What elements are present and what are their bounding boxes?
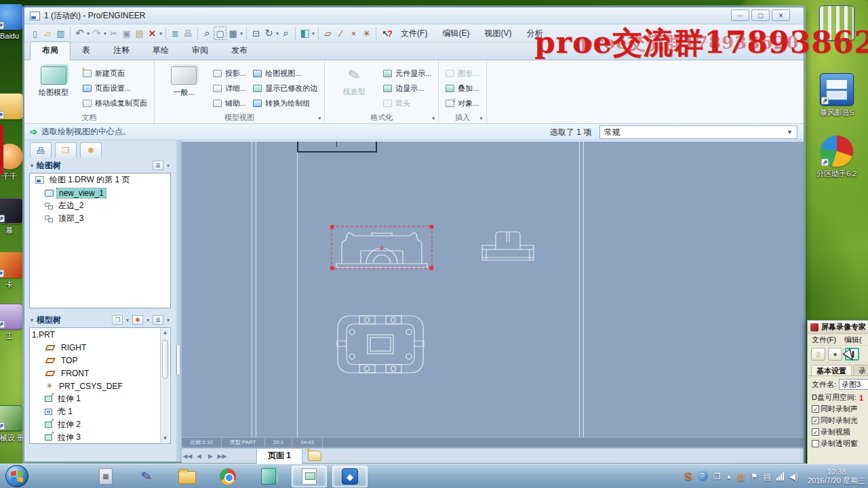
recorder-new-icon[interactable]: ▯ <box>811 348 825 361</box>
tree-item-top-3[interactable]: 顶部_3 <box>30 212 170 225</box>
network-signal-icon[interactable] <box>776 472 784 481</box>
start-button[interactable] <box>5 465 28 487</box>
menu-view[interactable]: 视图(V) <box>477 28 519 39</box>
checkbox[interactable]: ✓ <box>812 428 819 436</box>
paste-icon[interactable]: ▤ <box>133 26 146 40</box>
taskbar-recorder[interactable]: ◆ <box>332 466 368 487</box>
recorder-title-bar[interactable]: 屏幕录像专家 <box>808 321 868 334</box>
recorder-menu-edit[interactable]: 编辑( <box>844 335 862 345</box>
tab-table[interactable]: 表 <box>71 42 102 60</box>
tree-item-extrude-3[interactable]: 拉伸 3 <box>30 431 170 444</box>
tab-favorites-icon[interactable]: ✱ <box>80 142 102 158</box>
save-icon[interactable]: ▥ <box>54 26 67 40</box>
cut-icon[interactable]: ✂ <box>107 26 120 40</box>
tree-item-csys[interactable]: ✳PRT_CSYS_DEF <box>30 380 170 392</box>
tree-item-front[interactable]: FRONT <box>30 367 170 380</box>
tree-item-left-2[interactable]: 左边_2 <box>30 199 170 212</box>
redo-icon[interactable]: ↷ <box>90 26 103 40</box>
datum-axes-icon[interactable]: ⁄ <box>334 26 347 40</box>
install-tray-icon[interactable]: ▤ <box>763 472 770 481</box>
taskbar-explorer[interactable] <box>170 466 205 487</box>
find-icon[interactable]: ⌕ <box>201 26 214 40</box>
next-page-button[interactable]: ▶ <box>205 453 216 460</box>
zoom-icon[interactable]: ⌕ <box>279 26 292 40</box>
delete-icon[interactable]: ✕ <box>146 26 159 40</box>
check-record-sound[interactable]: ✓ 同时录制声 <box>808 403 868 414</box>
tree-columns-icon[interactable]: ≣ <box>153 315 163 325</box>
drawing-view-side[interactable] <box>481 229 535 263</box>
page-setup-button[interactable]: 页面设置... <box>83 83 147 94</box>
model-tree-scrollbar[interactable]: ▲ ▼ <box>160 329 170 443</box>
tab-sketch[interactable]: 草绘 <box>141 42 180 60</box>
add-sheet-icon[interactable] <box>308 451 321 461</box>
clock[interactable]: 10:38 2016/7/20 星期三 <box>808 468 865 485</box>
relations-icon[interactable]: 品 <box>182 26 195 40</box>
move-copy-sheet-button[interactable]: 移动或复制页面 <box>83 98 147 108</box>
tab-model-tree-icon[interactable]: 品 <box>30 142 52 158</box>
filename-input[interactable]: 录图3 <box>839 379 868 390</box>
edge-display-button[interactable]: 边显示... <box>383 83 431 94</box>
csys-display-icon[interactable]: ✳ <box>360 26 373 40</box>
general-view-button[interactable]: 一般... <box>161 64 206 113</box>
recorder-menu-file[interactable]: 文件(F) <box>812 335 836 345</box>
drawing-tree-root[interactable]: 绘图 1.DRW 的第 1 页 <box>30 174 170 186</box>
tree-item-extrude-1[interactable]: 拉伸 1 <box>30 392 170 405</box>
tree-item-extrude-2[interactable]: 拉伸 2 <box>30 418 170 431</box>
scroll-down-icon[interactable]: ▼ <box>161 434 170 443</box>
minimize-button[interactable]: — <box>731 9 749 21</box>
title-bar[interactable]: 1 (活动的) - Pro/ENGINEER — ▢ ✕ <box>24 7 804 24</box>
menu-file[interactable]: 文件(F) <box>393 28 435 39</box>
sogou-tray-icon[interactable]: S <box>685 470 692 483</box>
drawing-view-front-selected[interactable] <box>330 225 433 272</box>
tree-item-right[interactable]: RIGHT <box>30 341 170 354</box>
overlay-button[interactable]: 叠加... <box>446 83 479 94</box>
open-file-icon[interactable]: ▱ <box>41 26 54 40</box>
show-hidden-icons[interactable]: ▲ <box>726 473 732 480</box>
maximize-button[interactable]: ▢ <box>751 9 770 21</box>
taskbar-notebook[interactable] <box>251 466 286 487</box>
new-sheet-button[interactable]: 新建页面 <box>83 68 147 79</box>
drawing-view-button[interactable]: 绘图视图... <box>253 68 317 79</box>
tab-folder-browser-icon[interactable]: ❒ <box>55 142 77 158</box>
recorder-tab-basic[interactable]: 基本设置 <box>811 365 852 375</box>
repaint-icon[interactable]: ↻ <box>262 26 275 40</box>
show-icon[interactable]: ❒ <box>112 315 123 325</box>
close-button[interactable]: ✕ <box>772 9 790 21</box>
taskbar-proe[interactable] <box>292 466 327 487</box>
detailed-view-button[interactable]: 详细... <box>213 83 246 94</box>
convert-to-draft-group-button[interactable]: 转换为绘制组 <box>253 98 317 108</box>
scroll-thumb[interactable] <box>162 340 168 379</box>
filter-dropdown[interactable]: 常规 ▼ <box>599 125 797 139</box>
model-tree-root[interactable]: 1.PRT <box>30 328 170 341</box>
taskbar-chrome[interactable] <box>210 466 245 487</box>
record-button[interactable]: ● <box>828 348 842 361</box>
drawing-tree-header[interactable]: ▾ 绘图树 ≣▾ <box>24 158 176 173</box>
datum-planes-icon[interactable]: ▱ <box>321 26 334 40</box>
tree-item-top[interactable]: TOP <box>30 354 170 367</box>
datum-points-icon[interactable]: × <box>347 26 360 40</box>
splitter-handle[interactable] <box>176 344 180 376</box>
tree-item-shell-1[interactable]: 壳 1 <box>30 405 170 418</box>
collapse-caret-icon[interactable]: ▾ <box>31 163 33 169</box>
first-page-button[interactable]: ◀◀ <box>182 453 193 460</box>
check-record-transparent[interactable]: 录制透明窗 <box>808 437 868 449</box>
drawing-models-button[interactable]: 绘图模型 <box>31 64 76 113</box>
desktop-icon-partition-assistant[interactable]: ↗ 分区助手6.2 <box>815 136 859 179</box>
tree-settings-icon[interactable]: ≣ <box>153 161 163 170</box>
layers-icon[interactable]: ≣ <box>169 26 182 40</box>
new-file-icon[interactable]: ▯ <box>28 26 41 40</box>
model-tree-header[interactable]: ▾ 模型树 ❒▾ ✱▾ ≣▾ <box>24 312 176 327</box>
checkbox[interactable] <box>812 440 819 447</box>
help-tray-icon[interactable]: ? <box>698 471 708 481</box>
projection-view-button[interactable]: 投影... <box>213 68 246 79</box>
menu-edit[interactable]: 编辑(E) <box>435 28 477 39</box>
show-modified-edges-button[interactable]: 显示已修改的边 <box>253 83 317 94</box>
prev-page-button[interactable]: ◀ <box>193 453 205 460</box>
drawing-canvas[interactable]: 比例:1:10 类型:PART 20:1 04:43 <box>182 142 804 448</box>
undo-icon[interactable]: ↶ <box>73 26 86 40</box>
taskbar-calculator[interactable]: ▦ <box>88 466 123 487</box>
graph-button[interactable]: 图形... <box>446 68 479 79</box>
recorder-tab-record[interactable]: 录 <box>853 365 868 375</box>
tree-filters-icon[interactable]: ✱ <box>132 315 143 325</box>
tree-item-new-view-1[interactable]: new_view_1 <box>30 186 170 199</box>
